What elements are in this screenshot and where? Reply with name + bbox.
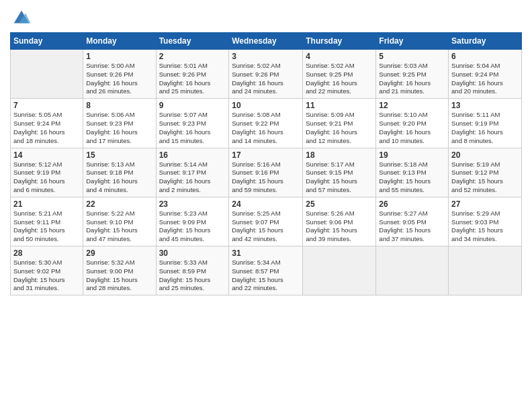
page: SundayMondayTuesdayWednesdayThursdayFrid… <box>0 0 532 411</box>
calendar-cell: 8Sunrise: 5:06 AM Sunset: 9:23 PM Daylig… <box>83 99 156 148</box>
day-number: 29 <box>86 248 152 258</box>
calendar-cell: 21Sunrise: 5:21 AM Sunset: 9:11 PM Dayli… <box>11 197 83 246</box>
weekday-header-monday: Monday <box>83 33 156 50</box>
calendar-cell: 30Sunrise: 5:33 AM Sunset: 8:59 PM Dayli… <box>156 246 229 295</box>
calendar-cell: 5Sunrise: 5:03 AM Sunset: 9:25 PM Daylig… <box>376 50 449 99</box>
day-info: Sunrise: 5:03 AM Sunset: 9:25 PM Dayligh… <box>379 62 445 96</box>
header <box>10 7 522 27</box>
day-number: 16 <box>159 150 226 160</box>
day-info: Sunrise: 5:07 AM Sunset: 9:23 PM Dayligh… <box>159 111 226 145</box>
day-info: Sunrise: 5:14 AM Sunset: 9:17 PM Dayligh… <box>159 161 226 195</box>
day-info: Sunrise: 5:09 AM Sunset: 9:21 PM Dayligh… <box>306 111 373 145</box>
day-info: Sunrise: 5:32 AM Sunset: 9:00 PM Dayligh… <box>86 259 152 293</box>
calendar-cell: 18Sunrise: 5:17 AM Sunset: 9:15 PM Dayli… <box>303 148 376 197</box>
day-number: 14 <box>13 150 80 160</box>
day-number: 27 <box>451 199 519 209</box>
day-number: 8 <box>86 101 152 110</box>
day-info: Sunrise: 5:23 AM Sunset: 9:09 PM Dayligh… <box>159 210 226 244</box>
day-info: Sunrise: 5:12 AM Sunset: 9:19 PM Dayligh… <box>13 161 80 195</box>
day-info: Sunrise: 5:10 AM Sunset: 9:20 PM Dayligh… <box>379 111 445 145</box>
weekday-header-sunday: Sunday <box>11 33 83 50</box>
calendar-table: SundayMondayTuesdayWednesdayThursdayFrid… <box>10 32 522 295</box>
day-info: Sunrise: 5:02 AM Sunset: 9:25 PM Dayligh… <box>306 62 373 96</box>
calendar-cell: 24Sunrise: 5:25 AM Sunset: 9:07 PM Dayli… <box>229 197 303 246</box>
calendar-cell: 15Sunrise: 5:13 AM Sunset: 9:18 PM Dayli… <box>83 148 156 197</box>
day-number: 31 <box>232 248 300 258</box>
calendar-body: 1Sunrise: 5:00 AM Sunset: 9:26 PM Daylig… <box>11 50 522 295</box>
day-number: 9 <box>159 101 226 110</box>
day-number: 7 <box>13 101 80 110</box>
calendar-cell: 25Sunrise: 5:26 AM Sunset: 9:06 PM Dayli… <box>303 197 376 246</box>
calendar-week-3: 14Sunrise: 5:12 AM Sunset: 9:19 PM Dayli… <box>11 148 522 197</box>
day-number: 24 <box>232 199 300 209</box>
calendar-cell <box>303 246 376 295</box>
day-number: 30 <box>159 248 226 258</box>
calendar-cell: 22Sunrise: 5:22 AM Sunset: 9:10 PM Dayli… <box>83 197 156 246</box>
day-number: 18 <box>306 150 373 160</box>
logo-icon <box>11 7 32 27</box>
calendar-cell: 4Sunrise: 5:02 AM Sunset: 9:25 PM Daylig… <box>303 50 376 99</box>
day-info: Sunrise: 5:25 AM Sunset: 9:07 PM Dayligh… <box>232 210 300 244</box>
calendar-cell: 12Sunrise: 5:10 AM Sunset: 9:20 PM Dayli… <box>376 99 449 148</box>
day-info: Sunrise: 5:34 AM Sunset: 8:57 PM Dayligh… <box>232 259 300 293</box>
day-info: Sunrise: 5:08 AM Sunset: 9:22 PM Dayligh… <box>232 111 300 145</box>
day-number: 19 <box>379 150 445 160</box>
day-info: Sunrise: 5:27 AM Sunset: 9:05 PM Dayligh… <box>379 210 445 244</box>
calendar-header: SundayMondayTuesdayWednesdayThursdayFrid… <box>11 33 522 50</box>
weekday-header-tuesday: Tuesday <box>156 33 229 50</box>
day-info: Sunrise: 5:18 AM Sunset: 9:13 PM Dayligh… <box>379 161 445 195</box>
day-number: 2 <box>159 52 226 61</box>
calendar-cell: 6Sunrise: 5:04 AM Sunset: 9:24 PM Daylig… <box>449 50 522 99</box>
weekday-header-wednesday: Wednesday <box>229 33 303 50</box>
calendar-cell: 14Sunrise: 5:12 AM Sunset: 9:19 PM Dayli… <box>11 148 83 197</box>
day-number: 22 <box>86 199 152 209</box>
calendar-cell: 31Sunrise: 5:34 AM Sunset: 8:57 PM Dayli… <box>229 246 303 295</box>
day-number: 4 <box>306 52 373 61</box>
calendar-cell: 7Sunrise: 5:05 AM Sunset: 9:24 PM Daylig… <box>11 99 83 148</box>
day-info: Sunrise: 5:16 AM Sunset: 9:16 PM Dayligh… <box>232 161 300 195</box>
calendar-cell: 19Sunrise: 5:18 AM Sunset: 9:13 PM Dayli… <box>376 148 449 197</box>
day-number: 12 <box>379 101 445 110</box>
calendar-cell: 27Sunrise: 5:29 AM Sunset: 9:03 PM Dayli… <box>449 197 522 246</box>
calendar-cell: 1Sunrise: 5:00 AM Sunset: 9:26 PM Daylig… <box>83 50 156 99</box>
calendar-cell: 23Sunrise: 5:23 AM Sunset: 9:09 PM Dayli… <box>156 197 229 246</box>
calendar-cell: 2Sunrise: 5:01 AM Sunset: 9:26 PM Daylig… <box>156 50 229 99</box>
day-number: 21 <box>13 199 80 209</box>
calendar-cell: 29Sunrise: 5:32 AM Sunset: 9:00 PM Dayli… <box>83 246 156 295</box>
day-info: Sunrise: 5:33 AM Sunset: 8:59 PM Dayligh… <box>159 259 226 293</box>
calendar-week-1: 1Sunrise: 5:00 AM Sunset: 9:26 PM Daylig… <box>11 50 522 99</box>
day-number: 23 <box>159 199 226 209</box>
day-number: 11 <box>306 101 373 110</box>
calendar-cell: 26Sunrise: 5:27 AM Sunset: 9:05 PM Dayli… <box>376 197 449 246</box>
calendar-week-5: 28Sunrise: 5:30 AM Sunset: 9:02 PM Dayli… <box>11 246 522 295</box>
weekday-header-thursday: Thursday <box>303 33 376 50</box>
weekday-header-friday: Friday <box>376 33 449 50</box>
day-info: Sunrise: 5:17 AM Sunset: 9:15 PM Dayligh… <box>306 161 373 195</box>
day-number: 25 <box>306 199 373 209</box>
calendar-cell: 3Sunrise: 5:02 AM Sunset: 9:26 PM Daylig… <box>229 50 303 99</box>
calendar-cell: 16Sunrise: 5:14 AM Sunset: 9:17 PM Dayli… <box>156 148 229 197</box>
day-info: Sunrise: 5:00 AM Sunset: 9:26 PM Dayligh… <box>86 62 152 96</box>
logo <box>10 7 32 27</box>
day-info: Sunrise: 5:02 AM Sunset: 9:26 PM Dayligh… <box>232 62 300 96</box>
day-number: 20 <box>451 150 519 160</box>
day-info: Sunrise: 5:30 AM Sunset: 9:02 PM Dayligh… <box>13 259 80 293</box>
calendar-cell <box>11 50 83 99</box>
calendar-cell: 9Sunrise: 5:07 AM Sunset: 9:23 PM Daylig… <box>156 99 229 148</box>
day-info: Sunrise: 5:04 AM Sunset: 9:24 PM Dayligh… <box>451 62 519 96</box>
day-number: 28 <box>13 248 80 258</box>
calendar-cell: 13Sunrise: 5:11 AM Sunset: 9:19 PM Dayli… <box>449 99 522 148</box>
calendar-cell: 20Sunrise: 5:19 AM Sunset: 9:12 PM Dayli… <box>449 148 522 197</box>
calendar-week-2: 7Sunrise: 5:05 AM Sunset: 9:24 PM Daylig… <box>11 99 522 148</box>
day-number: 17 <box>232 150 300 160</box>
day-number: 15 <box>86 150 152 160</box>
day-info: Sunrise: 5:11 AM Sunset: 9:19 PM Dayligh… <box>451 111 519 145</box>
calendar-cell: 28Sunrise: 5:30 AM Sunset: 9:02 PM Dayli… <box>11 246 83 295</box>
day-info: Sunrise: 5:21 AM Sunset: 9:11 PM Dayligh… <box>13 210 80 244</box>
day-number: 26 <box>379 199 445 209</box>
weekday-row: SundayMondayTuesdayWednesdayThursdayFrid… <box>11 33 522 50</box>
day-info: Sunrise: 5:29 AM Sunset: 9:03 PM Dayligh… <box>451 210 519 244</box>
day-number: 6 <box>451 52 519 61</box>
day-number: 1 <box>86 52 152 61</box>
day-info: Sunrise: 5:06 AM Sunset: 9:23 PM Dayligh… <box>86 111 152 145</box>
